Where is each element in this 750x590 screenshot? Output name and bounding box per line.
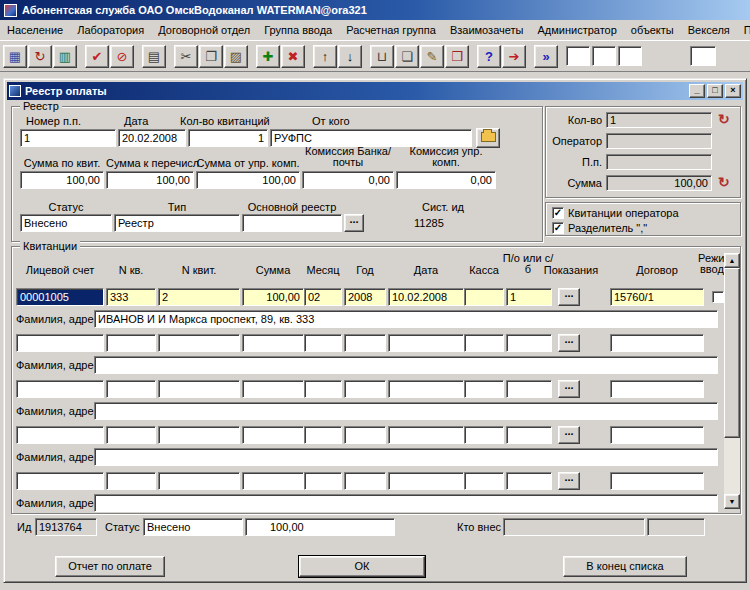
readings-button[interactable]: ... [558,288,580,306]
row-date-field[interactable] [388,426,464,444]
receipt-number-field[interactable] [158,334,240,352]
account-field[interactable] [16,426,104,444]
row-date-field[interactable] [388,334,464,352]
move-up-icon[interactable]: ↑ [313,45,337,68]
resum-icon[interactable]: ↻ [718,175,730,189]
contract-field[interactable]: 15760/1 [610,288,704,306]
edit-document-icon[interactable]: ✎ [420,45,444,68]
menu-population[interactable]: Население [0,20,70,41]
type-field[interactable]: Реестр [114,214,240,232]
main-registry-field[interactable] [242,214,342,232]
separator-checkbox[interactable]: ✓ [552,222,564,234]
go-next-icon[interactable]: » [534,45,558,68]
contract-field[interactable] [610,426,704,444]
readings-button[interactable]: ... [558,472,580,490]
sum-transfer-field[interactable]: 100,00 [106,171,194,189]
menu-offsets[interactable]: Взаимозачеты [443,20,531,41]
contract-field[interactable] [610,380,704,398]
po-field[interactable] [506,426,552,444]
name-field[interactable] [94,356,718,374]
receipt-number-field[interactable]: 2 [158,288,240,306]
row-sum-field[interactable] [242,334,304,352]
add-record-icon[interactable]: ✚ [256,45,280,68]
month-field[interactable] [304,334,342,352]
report-button[interactable]: Отчет по оплате [55,556,165,577]
operator-field[interactable] [606,133,712,149]
input-mode-checkbox[interactable] [712,291,724,303]
name-field[interactable]: ИВАНОВ И И Маркса проспект, 89, кв. 333 [94,310,718,328]
commission-mgmt-field[interactable]: 0,00 [396,171,496,189]
pp-field[interactable] [606,154,712,170]
transfer-icon[interactable]: ▥ [53,45,77,68]
dialog-titlebar[interactable]: Реестр оплаты _ □ × [7,82,743,100]
account-field[interactable] [16,472,104,490]
count-field[interactable]: 1 [606,112,712,128]
exit-icon[interactable]: ➔ [502,45,526,68]
toolbar-input-3[interactable] [618,46,642,66]
kassa-field[interactable] [464,334,504,352]
account-field[interactable] [16,334,104,352]
month-field[interactable] [304,380,342,398]
document-icon[interactable]: ❏ [395,45,419,68]
name-field[interactable] [94,448,718,466]
kassa-field[interactable] [464,472,504,490]
year-field[interactable]: 2008 [344,288,386,306]
kv-field[interactable] [106,334,156,352]
kassa-field[interactable] [464,426,504,444]
recount-icon[interactable]: ↻ [718,112,730,126]
move-down-icon[interactable]: ↓ [338,45,362,68]
year-field[interactable] [344,472,386,490]
commission-bank-field[interactable]: 0,00 [302,171,394,189]
contract-field[interactable] [610,472,704,490]
main-registry-browse-button[interactable]: ... [344,214,364,232]
minimize-button[interactable]: _ [689,84,705,98]
scrollbar-thumb[interactable] [724,268,740,438]
kassa-field[interactable] [464,380,504,398]
month-field[interactable] [304,472,342,490]
status-field[interactable]: Внесено [20,214,112,232]
kv-field[interactable]: 333 [106,288,156,306]
delete-record-icon[interactable]: ✖ [281,45,305,68]
row-date-field[interactable] [388,380,464,398]
po-field[interactable] [506,334,552,352]
po-field[interactable]: 1 [506,288,552,306]
kv-field[interactable] [106,472,156,490]
sum-receipts-field[interactable]: 100,00 [20,171,104,189]
refresh-icon[interactable]: ↻ [28,45,52,68]
footer-status-field[interactable]: Внесено [143,518,243,536]
menu-contract-dept[interactable]: Договорной отдел [151,20,257,41]
save-icon[interactable]: ▦ [3,45,27,68]
contract-field[interactable] [610,334,704,352]
readings-button[interactable]: ... [558,334,580,352]
row-sum-field[interactable] [242,472,304,490]
row-sum-field[interactable] [242,426,304,444]
account-field[interactable]: 00001005 [16,288,104,306]
scroll-up-icon[interactable]: ▲ [724,253,740,268]
menu-objects[interactable]: объекты [624,20,681,41]
menu-input-group[interactable]: Группа ввода [257,20,339,41]
to-end-button[interactable]: В конец списка [563,556,687,577]
trash-icon[interactable]: ⊔ [370,45,394,68]
row-date-field[interactable]: 10.02.2008 [388,288,464,306]
sum-mgmt-field[interactable]: 100,00 [196,171,300,189]
name-field[interactable] [94,494,718,512]
receipt-number-field[interactable] [158,426,240,444]
menu-billing-group[interactable]: Расчетная группа [339,20,443,41]
maximize-button[interactable]: □ [707,84,723,98]
paste-icon[interactable]: ▨ [224,45,248,68]
toolbar-input-2[interactable] [592,46,616,66]
number-field[interactable]: 1 [20,129,116,147]
receipt-number-field[interactable] [158,380,240,398]
kassa-field[interactable] [464,288,504,306]
scroll-down-icon[interactable]: ▼ [724,494,740,509]
year-field[interactable] [344,380,386,398]
toolbar-input-1[interactable] [566,46,590,66]
print-icon[interactable]: ▤ [142,45,166,68]
year-field[interactable] [344,334,386,352]
readings-button[interactable]: ... [558,380,580,398]
menu-administrator[interactable]: Администратор [530,20,623,41]
kv-field[interactable] [106,426,156,444]
confirm-icon[interactable]: ✔ [85,45,109,68]
toolbar-input-4[interactable] [690,46,716,66]
receipt-count-field[interactable]: 1 [188,129,268,147]
